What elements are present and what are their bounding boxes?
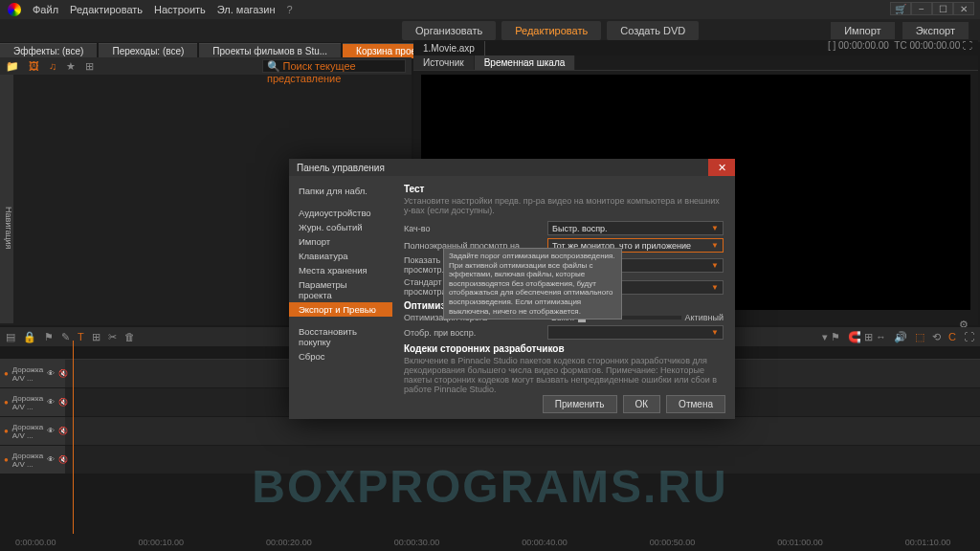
mode-icon[interactable]: ⬚ bbox=[915, 331, 924, 343]
preview-tab-movie[interactable]: 1.Movie.axp bbox=[413, 41, 485, 55]
text-icon[interactable]: T bbox=[78, 331, 84, 342]
cut-icon[interactable]: ✂ bbox=[108, 331, 117, 343]
sidebar-reset[interactable]: Сброс bbox=[289, 349, 392, 364]
menu-help[interactable]: ? bbox=[287, 4, 293, 15]
dialog-sidebar: Папки для набл. Аудиоустройство Журн. со… bbox=[289, 176, 392, 396]
app-logo-icon bbox=[8, 3, 21, 16]
control-panel-dialog: Панель управления ✕ Папки для набл. Ауди… bbox=[289, 159, 735, 419]
trash-icon[interactable]: 🗑 bbox=[124, 331, 135, 342]
render-label: Отобр. при воспр. bbox=[404, 328, 547, 338]
tab-createdvd[interactable]: Создать DVD bbox=[607, 21, 699, 40]
import-button[interactable]: Импорт bbox=[831, 22, 894, 39]
eye-icon[interactable]: 👁 bbox=[47, 398, 55, 407]
library-toolbar: 📁 🖼 ♫ ★ ⊞ 🔍 Поиск текущее представление bbox=[0, 57, 412, 75]
library-search[interactable]: 🔍 Поиск текущее представление bbox=[262, 59, 406, 73]
tab-edit[interactable]: Редактировать bbox=[501, 21, 601, 40]
threshold-high: Активный bbox=[685, 313, 724, 322]
window-controls: 🛒 − ☐ ✕ bbox=[890, 2, 974, 15]
side-nav[interactable]: Навигация bbox=[0, 75, 13, 323]
sidebar-audio[interactable]: Аудиоустройство bbox=[289, 206, 392, 220]
sidebar-import[interactable]: Импорт bbox=[289, 234, 392, 249]
cart-icon[interactable]: 🛒 bbox=[890, 2, 911, 15]
codecs-desc: Включение в Pinnacle Studio пакетов коде… bbox=[404, 356, 724, 394]
timeline-ruler-bottom: 0:00:00.0000:00:10.0000:00:20.0000:00:30… bbox=[0, 534, 980, 551]
flag-icon[interactable]: ⚑ bbox=[44, 331, 54, 343]
subtab-timeline[interactable]: Временная шкала bbox=[475, 55, 576, 70]
test-desc: Установите настройки предв. пр-ра видео … bbox=[404, 196, 724, 215]
music-icon[interactable]: ♫ bbox=[49, 60, 56, 72]
timecode: [ ] 00:00:00.00 TC 00:00:00.00 ⛶ bbox=[828, 40, 972, 51]
sidebar-watch[interactable]: Папки для набл. bbox=[289, 184, 392, 198]
mute-icon[interactable]: 🔇 bbox=[58, 369, 68, 378]
lock-icon[interactable]: 🔒 bbox=[23, 331, 36, 343]
expand-icon[interactable]: ⛶ bbox=[963, 40, 972, 51]
eye-icon[interactable]: 👁 bbox=[47, 369, 55, 378]
sidebar-restore[interactable]: Восстановить покупку bbox=[289, 324, 392, 349]
tool2-icon[interactable]: ⊞ bbox=[92, 331, 100, 343]
quality-select[interactable]: Быстр. воспр.▼ bbox=[547, 221, 724, 235]
menu-bar: Файл Редактировать Настроить Эл. магазин… bbox=[0, 0, 980, 19]
ok-button[interactable]: ОК bbox=[623, 395, 661, 413]
dialog-content: Тест Установите настройки предв. пр-ра в… bbox=[392, 176, 735, 396]
libtab-effects[interactable]: Эффекты: (все) bbox=[0, 43, 97, 58]
dialog-title: Панель управления bbox=[289, 159, 735, 176]
render-select[interactable]: ▼ bbox=[547, 325, 724, 340]
sidebar-project[interactable]: Параметры проекта bbox=[289, 277, 392, 302]
sidebar-storage[interactable]: Места хранения bbox=[289, 263, 392, 277]
tab-organize[interactable]: Организовать bbox=[402, 21, 496, 40]
expand2-icon[interactable]: ⛶ bbox=[964, 331, 974, 342]
export-button[interactable]: Экспорт bbox=[902, 22, 969, 39]
maximize-button[interactable]: ☐ bbox=[932, 2, 953, 15]
track-row[interactable]: ●Дорожка A/V ...👁🔇 bbox=[0, 417, 980, 446]
lock-icon[interactable]: ● bbox=[4, 369, 9, 378]
snap-icon[interactable]: 🧲 ⊞ ↔ bbox=[848, 331, 886, 343]
eye-icon[interactable]: 👁 bbox=[47, 427, 55, 435]
sidebar-keyboard[interactable]: Клавиатура bbox=[289, 249, 392, 263]
sidebar-events[interactable]: Журн. событий bbox=[289, 220, 392, 234]
apply-button[interactable]: Применить bbox=[543, 395, 617, 413]
subtab-source[interactable]: Источник bbox=[413, 55, 475, 70]
star-icon[interactable]: ★ bbox=[66, 60, 76, 73]
section-codecs: Кодеки сторонних разработчиков bbox=[404, 343, 724, 354]
tag-icon[interactable]: ⊞ bbox=[85, 60, 94, 73]
section-test: Тест bbox=[404, 184, 724, 194]
lock-icon[interactable]: ● bbox=[4, 427, 9, 435]
sidebar-export[interactable]: Экспорт и Превью bbox=[289, 302, 392, 317]
marker-icon[interactable]: ▾ ⚑ bbox=[822, 331, 840, 343]
track-row[interactable]: ●Дорожка A/V ...👁🔇 bbox=[0, 446, 980, 474]
eye-icon[interactable]: 👁 bbox=[47, 455, 55, 464]
dialog-close-button[interactable]: ✕ bbox=[708, 159, 735, 176]
lock-icon[interactable]: ● bbox=[4, 455, 9, 464]
mode-tabs: Организовать Редактировать Создать DVD И… bbox=[0, 19, 980, 42]
minimize-button[interactable]: − bbox=[911, 2, 932, 15]
folder-icon[interactable]: 📁 bbox=[6, 60, 19, 73]
mute-icon[interactable]: 🔇 bbox=[58, 427, 68, 435]
playhead[interactable] bbox=[73, 341, 74, 534]
mute-icon[interactable]: 🔇 bbox=[58, 398, 68, 407]
image-icon[interactable]: 🖼 bbox=[29, 60, 39, 72]
link-icon[interactable]: C bbox=[948, 331, 956, 342]
menu-file[interactable]: Файл bbox=[33, 4, 58, 15]
lock-icon[interactable]: ● bbox=[4, 398, 9, 407]
menu-setup[interactable]: Настроить bbox=[154, 4, 206, 15]
layers-icon[interactable]: ▤ bbox=[6, 331, 15, 343]
libtab-projects[interactable]: Проекты фильмов в Stu... bbox=[199, 43, 341, 58]
vol2-icon[interactable]: 🔊 bbox=[894, 331, 907, 343]
mute-icon[interactable]: 🔇 bbox=[58, 455, 68, 464]
menu-store[interactable]: Эл. магазин bbox=[217, 4, 276, 15]
cancel-button[interactable]: Отмена bbox=[666, 395, 725, 413]
close-button[interactable]: ✕ bbox=[953, 2, 974, 15]
libtab-transitions[interactable]: Переходы: (все) bbox=[99, 43, 197, 58]
sync-icon[interactable]: ⟲ bbox=[932, 331, 941, 343]
menu-edit[interactable]: Редактировать bbox=[70, 4, 143, 15]
quality-label: Кач-во bbox=[404, 224, 547, 233]
tool1-icon[interactable]: ✎ bbox=[61, 331, 70, 343]
tooltip: Задайте порог оптимизации воспроизведени… bbox=[443, 248, 622, 320]
